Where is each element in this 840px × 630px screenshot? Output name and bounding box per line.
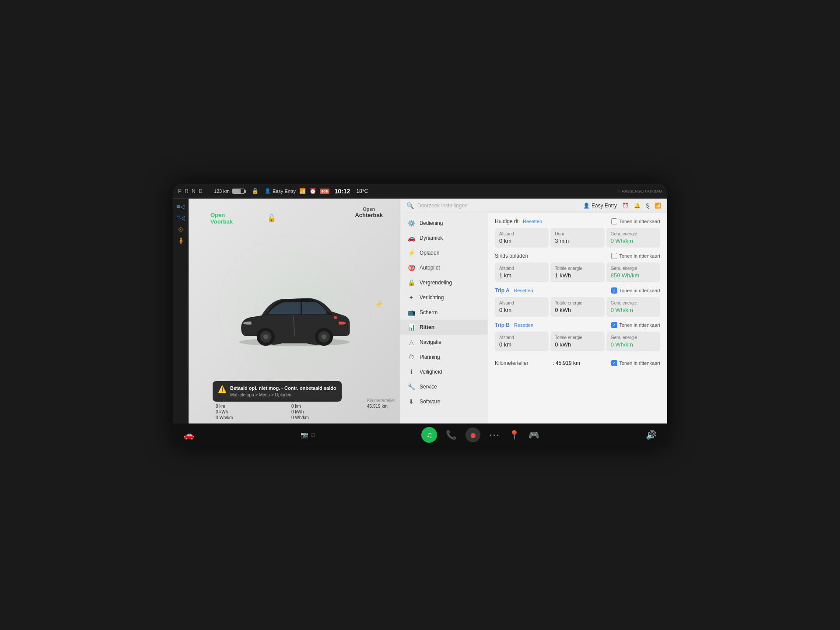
warning-icon[interactable]: ⊙ bbox=[175, 225, 187, 234]
trip-b-kwh: 0 kWh bbox=[291, 410, 308, 414]
huidige-rit-duur: Duur 3 min bbox=[550, 228, 604, 248]
taskbar-maps-icon[interactable]: 📍 bbox=[509, 430, 520, 440]
search-bar: 🔍 Doorzoek instellingen 👤 Easy Entry ⏰ 🔔… bbox=[400, 199, 667, 213]
afstand-val: 0 km bbox=[499, 238, 544, 244]
camera-icon[interactable]: 📷 bbox=[301, 431, 308, 438]
taskbar-spotify-icon[interactable]: ♫ bbox=[421, 427, 437, 443]
sinds-opladen-show-label: Tonen in rittenkaart bbox=[619, 253, 660, 259]
seatbelt-icon[interactable]: 🧍 bbox=[175, 236, 187, 245]
lock-icon: 🔒 bbox=[252, 188, 259, 194]
huidige-rit-show-toggle[interactable]: Tonen in rittenkaart bbox=[611, 218, 660, 224]
search-container[interactable]: 🔍 Doorzoek instellingen bbox=[406, 202, 468, 209]
trip-a-kwh: 0 kWh bbox=[216, 410, 233, 414]
trip-a-gem-energie: Gem. energie 0 Wh/km bbox=[606, 297, 660, 317]
clock: 10:12 bbox=[335, 188, 350, 195]
taskbar-volume-icon[interactable]: 🔊 bbox=[646, 430, 657, 440]
taskbar-camera-area: 📷 ⊡ bbox=[301, 431, 315, 438]
service-icon: 🔧 bbox=[407, 383, 415, 390]
range-display: 123 km bbox=[214, 189, 245, 194]
menu-item-planning[interactable]: ⏱ Planning bbox=[400, 350, 488, 364]
sinds-opladen-checkbox[interactable] bbox=[611, 253, 617, 259]
software-icon: ⬇ bbox=[407, 398, 415, 405]
trip-b-gem-energie: Gem. energie 0 Wh/km bbox=[606, 332, 660, 351]
search-alarm-icon[interactable]: ⏰ bbox=[622, 203, 629, 209]
menu-label-navigatie: Navigatie bbox=[420, 339, 441, 345]
foglights-icon[interactable]: ≡◁ bbox=[175, 214, 187, 222]
menu-label-bediening: Bediening bbox=[420, 220, 443, 226]
sinds-opladen-grid: Afstand 1 km Totale energie 1 kWh Gem. e… bbox=[495, 262, 660, 282]
camera-label: ⊡ bbox=[311, 432, 315, 438]
menu-item-veiligheid[interactable]: ℹ Veiligheid bbox=[400, 364, 488, 379]
menu-label-ritten: Ritten bbox=[420, 324, 434, 330]
search-icon: 🔍 bbox=[406, 202, 414, 209]
menu-item-bediening[interactable]: ⚙️ Bediening bbox=[400, 216, 488, 231]
trip-a-show-toggle[interactable]: ✓ Tonen in rittenkaart bbox=[611, 287, 660, 294]
menu-item-autopilot[interactable]: 🎯 Autopilot bbox=[400, 260, 488, 275]
trip-a-grid: Afstand 0 km Totale energie 0 kWh Gem. e… bbox=[495, 297, 660, 317]
menu-item-service[interactable]: 🔧 Service bbox=[400, 379, 488, 394]
menu-item-vergrendeling[interactable]: 🔒 Vergrendeling bbox=[400, 275, 488, 290]
menu-label-service: Service bbox=[420, 384, 437, 390]
huidige-rit-header: Huidige rit Resetten Tonen in rittenkaar… bbox=[495, 218, 660, 224]
opladen-icon: ⚡ bbox=[407, 249, 415, 256]
taskbar-phone-icon[interactable]: 📞 bbox=[446, 430, 457, 440]
menu-item-scherm[interactable]: 📺 Scherm bbox=[400, 305, 488, 320]
taskbar-car-icon[interactable]: 🚗 bbox=[183, 430, 194, 440]
menu-item-dynamiek[interactable]: 🚗 Dynamiek bbox=[400, 231, 488, 245]
svg-point-6 bbox=[322, 334, 326, 339]
profile-display-name: Easy Entry bbox=[592, 203, 617, 209]
car-container: Open Voorbak 🔓 Open Achterbak ⚡ bbox=[189, 199, 400, 424]
ta-afstand-val: 0 km bbox=[499, 307, 544, 313]
km-teller-label: Kilometerteller bbox=[495, 360, 528, 366]
so-afstand-label: Afstand bbox=[499, 266, 544, 271]
trip-a-title: Trip A bbox=[495, 287, 510, 294]
huidige-rit-reset-btn[interactable]: Resetten bbox=[523, 219, 542, 224]
trip-b-checkbox[interactable]: ✓ bbox=[611, 322, 617, 328]
taskbar-center: ♫ 📞 ● ··· 📍 🎮 bbox=[421, 427, 539, 443]
menu-item-verlichting[interactable]: ✦ Verlichting bbox=[400, 290, 488, 305]
search-input[interactable]: Doorzoek instellingen bbox=[417, 203, 468, 209]
so-afstand-val: 1 km bbox=[499, 272, 544, 279]
autopilot-icon: 🎯 bbox=[407, 264, 415, 271]
afstand-label: Afstand bbox=[499, 231, 544, 236]
bediening-icon: ⚙️ bbox=[407, 220, 415, 227]
so-energie-val: 1 kWh bbox=[555, 272, 600, 279]
tb-gem-label: Gem. energie bbox=[611, 335, 656, 340]
trip-b-reset-btn[interactable]: Resetten bbox=[514, 322, 533, 328]
main-area: ≡◁ ≡◁ ⊙ 🧍 Open Voorbak 🔓 bbox=[173, 199, 667, 424]
trip-a-checkbox[interactable]: ✓ bbox=[611, 287, 617, 294]
menu-item-navigatie[interactable]: △ Navigatie bbox=[400, 335, 488, 350]
headlights-icon[interactable]: ≡◁ bbox=[175, 202, 187, 211]
taskbar-games-icon[interactable]: 🎮 bbox=[528, 430, 539, 440]
trip-a-whkm: 0 Wh/km bbox=[216, 415, 233, 420]
tb-energie-val: 0 kWh bbox=[555, 341, 600, 348]
profile-selector[interactable]: 👤 Easy Entry bbox=[583, 203, 617, 209]
huidige-rit-checkbox[interactable] bbox=[611, 218, 617, 224]
trip-b-show-label: Tonen in rittenkaart bbox=[619, 322, 660, 328]
menu-item-ritten[interactable]: 📊 Ritten bbox=[400, 320, 488, 335]
trip-b-header: Trip B Resetten ✓ Tonen in rittenkaart bbox=[495, 322, 660, 328]
so-energie-label: Totale energie bbox=[555, 266, 600, 271]
taskbar-more-icon[interactable]: ··· bbox=[489, 429, 500, 441]
trip-a-reset-btn[interactable]: Resetten bbox=[514, 288, 533, 293]
search-bell-icon[interactable]: 🔔 bbox=[634, 203, 640, 209]
menu-item-software[interactable]: ⬇ Software bbox=[400, 394, 488, 409]
taskbar-circle-icon[interactable]: ● bbox=[466, 427, 480, 442]
menu-label-vergrendeling: Vergrendeling bbox=[420, 280, 452, 286]
taskbar-left: 🚗 bbox=[183, 430, 194, 440]
menu-label-autopilot: Autopilot bbox=[420, 265, 440, 271]
menu-label-veiligheid: Veiligheid bbox=[420, 369, 442, 375]
open-trunk-label: Open Achterbak bbox=[355, 206, 383, 218]
menu-item-opladen[interactable]: ⚡ Opladen bbox=[400, 245, 488, 260]
menu-label-opladen: Opladen bbox=[420, 250, 439, 256]
sinds-opladen-show-toggle[interactable]: Tonen in rittenkaart bbox=[611, 253, 660, 259]
right-panel: 🔍 Doorzoek instellingen 👤 Easy Entry ⏰ 🔔… bbox=[400, 199, 667, 424]
km-teller-show-label: Tonen in rittenkaart bbox=[619, 360, 660, 366]
navigatie-icon: △ bbox=[407, 339, 415, 346]
search-bluetooth-icon[interactable]: Ȿ bbox=[646, 203, 649, 209]
km-teller-checkbox[interactable]: ✓ bbox=[611, 360, 617, 366]
warning-title: Betaald opl. niet mog. - Contr. onbetaal… bbox=[230, 385, 336, 392]
trip-b-show-toggle[interactable]: ✓ Tonen in rittenkaart bbox=[611, 322, 660, 328]
search-wifi-icon[interactable]: 📶 bbox=[654, 203, 661, 209]
km-teller-show-toggle[interactable]: ✓ Tonen in rittenkaart bbox=[611, 360, 660, 366]
